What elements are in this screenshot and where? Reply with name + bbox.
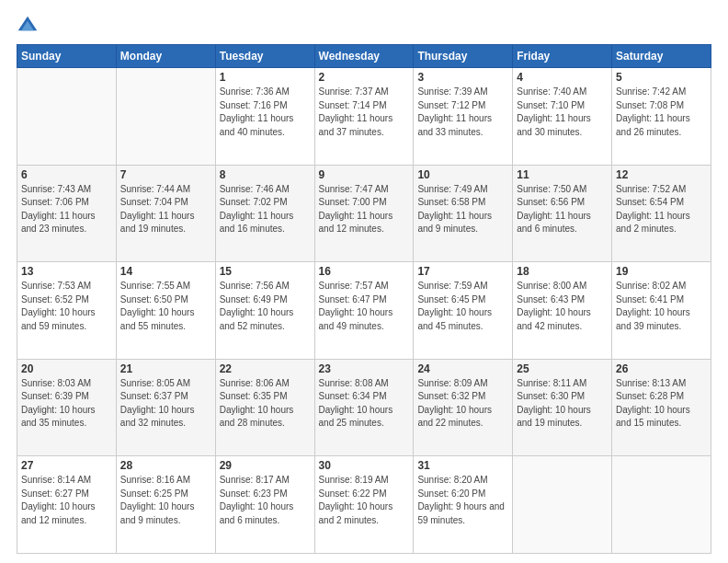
day-number: 1 [220,71,311,84]
calendar-day-cell: 7Sunrise: 7:44 AM Sunset: 7:04 PM Daylig… [116,165,215,262]
calendar-day-cell: 11Sunrise: 7:50 AM Sunset: 6:56 PM Dayli… [513,165,612,262]
day-info: Sunrise: 8:05 AM Sunset: 6:37 PM Dayligh… [120,377,211,431]
calendar-week-row: 20Sunrise: 8:03 AM Sunset: 6:39 PM Dayli… [17,359,711,456]
weekday-header: Tuesday [215,45,314,68]
day-number: 25 [517,362,608,375]
day-number: 6 [21,168,112,181]
calendar-day-cell: 19Sunrise: 8:02 AM Sunset: 6:41 PM Dayli… [612,262,711,360]
day-info: Sunrise: 8:16 AM Sunset: 6:25 PM Dayligh… [120,474,211,527]
day-info: Sunrise: 7:50 AM Sunset: 6:56 PM Dayligh… [517,183,608,236]
page: SundayMondayTuesdayWednesdayThursdayFrid… [0,0,728,563]
calendar-day-cell: 14Sunrise: 7:55 AM Sunset: 6:50 PM Dayli… [116,262,215,360]
calendar-week-row: 6Sunrise: 7:43 AM Sunset: 7:06 PM Daylig… [17,165,711,262]
day-info: Sunrise: 8:09 AM Sunset: 6:32 PM Dayligh… [417,377,508,431]
calendar-day-cell: 29Sunrise: 8:17 AM Sunset: 6:23 PM Dayli… [215,456,314,554]
calendar-day-cell: 31Sunrise: 8:20 AM Sunset: 6:20 PM Dayli… [414,456,513,554]
calendar-day-cell: 4Sunrise: 7:40 AM Sunset: 7:10 PM Daylig… [513,68,612,166]
day-info: Sunrise: 8:13 AM Sunset: 6:28 PM Dayligh… [616,377,707,431]
day-number: 27 [21,459,112,472]
day-info: Sunrise: 7:56 AM Sunset: 6:49 PM Dayligh… [220,280,311,333]
day-info: Sunrise: 8:14 AM Sunset: 6:27 PM Dayligh… [21,474,112,527]
day-info: Sunrise: 7:40 AM Sunset: 7:10 PM Dayligh… [517,86,608,139]
day-number: 28 [120,459,211,472]
calendar-day-cell: 8Sunrise: 7:46 AM Sunset: 7:02 PM Daylig… [215,165,314,262]
calendar-day-cell: 21Sunrise: 8:05 AM Sunset: 6:37 PM Dayli… [116,359,215,456]
calendar-day-cell: 10Sunrise: 7:49 AM Sunset: 6:58 PM Dayli… [414,165,513,262]
calendar-table: SundayMondayTuesdayWednesdayThursdayFrid… [17,44,711,554]
day-number: 9 [319,168,410,181]
logo [17,15,42,37]
day-info: Sunrise: 7:49 AM Sunset: 6:58 PM Dayligh… [417,183,508,236]
day-number: 13 [21,265,112,278]
calendar-day-cell [17,68,117,166]
day-number: 19 [616,265,707,278]
day-info: Sunrise: 7:55 AM Sunset: 6:50 PM Dayligh… [120,280,211,333]
day-info: Sunrise: 7:42 AM Sunset: 7:08 PM Dayligh… [616,86,707,139]
day-info: Sunrise: 7:43 AM Sunset: 7:06 PM Dayligh… [21,183,112,236]
calendar-day-cell [116,68,215,166]
day-info: Sunrise: 8:19 AM Sunset: 6:22 PM Dayligh… [319,474,410,527]
header [17,15,711,37]
day-info: Sunrise: 8:17 AM Sunset: 6:23 PM Dayligh… [220,474,311,527]
day-info: Sunrise: 7:59 AM Sunset: 6:45 PM Dayligh… [417,280,508,333]
day-info: Sunrise: 8:06 AM Sunset: 6:35 PM Dayligh… [220,377,311,431]
day-number: 16 [319,265,410,278]
day-info: Sunrise: 7:57 AM Sunset: 6:47 PM Dayligh… [319,280,410,333]
calendar-day-cell: 17Sunrise: 7:59 AM Sunset: 6:45 PM Dayli… [414,262,513,360]
day-number: 20 [21,362,112,375]
day-info: Sunrise: 8:03 AM Sunset: 6:39 PM Dayligh… [21,377,112,431]
day-number: 24 [417,362,508,375]
calendar-day-cell: 12Sunrise: 7:52 AM Sunset: 6:54 PM Dayli… [612,165,711,262]
weekday-header-row: SundayMondayTuesdayWednesdayThursdayFrid… [17,45,711,68]
day-number: 23 [319,362,410,375]
day-number: 5 [616,71,707,84]
day-number: 31 [417,459,508,472]
calendar-day-cell: 28Sunrise: 8:16 AM Sunset: 6:25 PM Dayli… [116,456,215,554]
day-info: Sunrise: 7:37 AM Sunset: 7:14 PM Dayligh… [319,86,410,139]
calendar-day-cell: 27Sunrise: 8:14 AM Sunset: 6:27 PM Dayli… [17,456,117,554]
day-info: Sunrise: 8:11 AM Sunset: 6:30 PM Dayligh… [517,377,608,431]
day-number: 3 [417,71,508,84]
calendar-day-cell: 13Sunrise: 7:53 AM Sunset: 6:52 PM Dayli… [17,262,117,360]
day-info: Sunrise: 8:00 AM Sunset: 6:43 PM Dayligh… [517,280,608,333]
day-info: Sunrise: 7:44 AM Sunset: 7:04 PM Dayligh… [120,183,211,236]
calendar-day-cell: 25Sunrise: 8:11 AM Sunset: 6:30 PM Dayli… [513,359,612,456]
calendar-day-cell: 3Sunrise: 7:39 AM Sunset: 7:12 PM Daylig… [414,68,513,166]
calendar-week-row: 13Sunrise: 7:53 AM Sunset: 6:52 PM Dayli… [17,262,711,360]
calendar-day-cell: 6Sunrise: 7:43 AM Sunset: 7:06 PM Daylig… [17,165,117,262]
day-number: 15 [220,265,311,278]
calendar-day-cell: 18Sunrise: 8:00 AM Sunset: 6:43 PM Dayli… [513,262,612,360]
calendar-day-cell: 26Sunrise: 8:13 AM Sunset: 6:28 PM Dayli… [612,359,711,456]
day-number: 8 [220,168,311,181]
calendar-day-cell: 24Sunrise: 8:09 AM Sunset: 6:32 PM Dayli… [414,359,513,456]
day-number: 14 [120,265,211,278]
calendar-day-cell: 16Sunrise: 7:57 AM Sunset: 6:47 PM Dayli… [314,262,414,360]
day-number: 10 [417,168,508,181]
weekday-header: Monday [116,45,215,68]
day-info: Sunrise: 7:47 AM Sunset: 7:00 PM Dayligh… [319,183,410,236]
weekday-header: Friday [513,45,612,68]
calendar-day-cell: 2Sunrise: 7:37 AM Sunset: 7:14 PM Daylig… [314,68,414,166]
day-info: Sunrise: 7:36 AM Sunset: 7:16 PM Dayligh… [220,86,311,139]
day-number: 30 [319,459,410,472]
calendar-day-cell: 23Sunrise: 8:08 AM Sunset: 6:34 PM Dayli… [314,359,414,456]
calendar-day-cell [612,456,711,554]
day-info: Sunrise: 7:46 AM Sunset: 7:02 PM Dayligh… [220,183,311,236]
day-number: 11 [517,168,608,181]
day-info: Sunrise: 7:53 AM Sunset: 6:52 PM Dayligh… [21,280,112,333]
day-number: 22 [220,362,311,375]
day-info: Sunrise: 7:39 AM Sunset: 7:12 PM Dayligh… [417,86,508,139]
day-number: 18 [517,265,608,278]
weekday-header: Thursday [414,45,513,68]
weekday-header: Saturday [612,45,711,68]
day-number: 17 [417,265,508,278]
day-info: Sunrise: 7:52 AM Sunset: 6:54 PM Dayligh… [616,183,707,236]
calendar-week-row: 1Sunrise: 7:36 AM Sunset: 7:16 PM Daylig… [17,68,711,166]
calendar-day-cell: 30Sunrise: 8:19 AM Sunset: 6:22 PM Dayli… [314,456,414,554]
logo-icon [17,15,39,37]
calendar-week-row: 27Sunrise: 8:14 AM Sunset: 6:27 PM Dayli… [17,456,711,554]
day-info: Sunrise: 8:20 AM Sunset: 6:20 PM Dayligh… [417,474,508,527]
calendar-day-cell: 20Sunrise: 8:03 AM Sunset: 6:39 PM Dayli… [17,359,117,456]
calendar-day-cell [513,456,612,554]
day-number: 4 [517,71,608,84]
